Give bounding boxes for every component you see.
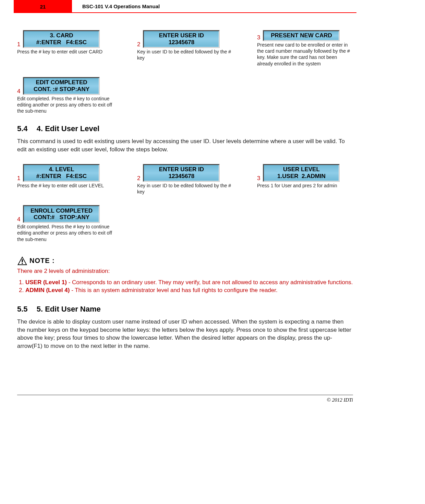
note-list: USER (Level 1) - Corresponds to an ordin… <box>17 279 353 294</box>
step-caption: Press the # key to enter edit user LEVEL <box>17 182 113 189</box>
lcd-screen: ENTER USER ID 12345678 <box>143 30 220 48</box>
section-5-4-heading: 5.4 4. Edit User Level <box>17 124 353 133</box>
note-item-1: USER (Level 1) - Corresponds to an ordin… <box>25 279 353 287</box>
header-title: BSC-101 V.4 Operations Manual <box>82 3 160 9</box>
step-number: 1 <box>17 175 20 182</box>
section-title: 5. Edit User Name <box>37 305 101 313</box>
lcd-line1: ENTER USER ID <box>159 166 204 173</box>
svg-rect-2 <box>22 259 23 262</box>
step-number: 3 <box>257 175 260 182</box>
note-item-bold: ADMIN (Level 4) <box>25 287 70 293</box>
lcd-line2: #:ENTER F4:ESC <box>36 173 87 180</box>
note-item-bold: USER (Level 1) <box>25 279 67 286</box>
lcd-line2: CONT. :# STOP:ANY <box>34 86 89 93</box>
lcd-screen: USER LEVEL 1.USER 2.ADMIN <box>263 164 340 182</box>
note-header: NOTE : <box>17 256 353 266</box>
step-number: 3 <box>257 34 260 41</box>
section-title: 4. Edit User Level <box>37 124 99 133</box>
section-number: 5.5 <box>17 305 28 313</box>
level-step-1: 1 4. LEVEL #:ENTER F4:ESC Press the # ke… <box>17 164 113 195</box>
card-steps-row-2: 4 EDIT COMPLETED CONT. :# STOP:ANY Edit … <box>17 77 353 114</box>
section-5-5-body: The device is able to display custom use… <box>17 318 353 350</box>
page-number: 21 <box>40 4 46 10</box>
svg-rect-3 <box>22 263 23 264</box>
lcd-line1: 4. LEVEL <box>49 166 74 173</box>
level-steps-row-1: 1 4. LEVEL #:ENTER F4:ESC Press the # ke… <box>17 164 353 195</box>
level-step-4: 4 ENROLL COMPLETED CONT:# STOP:ANY Edit … <box>17 205 117 242</box>
step-caption: Key in user ID to be edited followed by … <box>137 49 233 61</box>
lcd-line2: CONT:# STOP:ANY <box>34 214 89 221</box>
lcd-line1: ENROLL COMPLETED <box>31 207 93 214</box>
lcd-line2: 12345678 <box>169 39 195 46</box>
lcd-line2: 1.USER 2.ADMIN <box>277 173 326 180</box>
step-number: 2 <box>137 41 140 48</box>
note-item-text: - Corresponds to an ordinary user. They … <box>67 279 353 286</box>
page-header: 21 BSC-101 V.4 Operations Manual <box>14 0 356 13</box>
lcd-line1: 3. CARD <box>50 32 73 39</box>
card-steps-row-1: 1 3. CARD #:ENTER F4:ESC Press the # key… <box>17 30 353 67</box>
step-number: 1 <box>17 41 20 48</box>
step-caption: Edit completed. Press the # key to conti… <box>17 96 117 114</box>
note-label: NOTE : <box>29 257 55 265</box>
section-5-4-body: This command is used to edit existing us… <box>17 137 353 154</box>
header-title-wrap: BSC-101 V.4 Operations Manual <box>72 0 356 13</box>
lcd-screen: ENROLL COMPLETED CONT:# STOP:ANY <box>23 205 100 223</box>
step-caption: Press the # key to enter edit user CARD <box>17 49 113 55</box>
note-item-text: - This is an system administrator level … <box>70 287 277 293</box>
step-caption: Key in user ID to be edited followed by … <box>137 182 233 195</box>
lcd-line1: ENTER USER ID <box>159 32 204 39</box>
step-caption: Present new card to be enrolled or enter… <box>257 42 353 67</box>
lcd-line1: USER LEVEL <box>283 166 320 173</box>
lcd-screen: 4. LEVEL #:ENTER F4:ESC <box>23 164 100 182</box>
lcd-screen: ENTER USER ID 12345678 <box>143 164 220 182</box>
section-number: 5.4 <box>17 124 28 133</box>
step-number: 2 <box>137 175 140 182</box>
page-footer: © 2012 IDTi <box>17 395 353 403</box>
level-steps-row-2: 4 ENROLL COMPLETED CONT:# STOP:ANY Edit … <box>17 205 353 242</box>
card-step-2: 2 ENTER USER ID 12345678 Key in user ID … <box>137 30 233 67</box>
warning-icon <box>17 256 27 266</box>
section-5-5-heading: 5.5 5. Edit User Name <box>17 305 353 314</box>
step-caption: Press 1 for User and pres 2 for admin <box>257 182 353 189</box>
level-step-2: 2 ENTER USER ID 12345678 Key in user ID … <box>137 164 233 195</box>
lcd-line2: #:ENTER F4:ESC <box>36 39 87 46</box>
lcd-screen: EDIT COMPLETED CONT. :# STOP:ANY <box>23 77 100 95</box>
lcd-screen: PRESENT NEW CARD <box>263 30 340 41</box>
step-number: 4 <box>17 88 20 95</box>
note-item-2: ADMIN (Level 4) - This is an system admi… <box>25 287 353 294</box>
card-step-1: 1 3. CARD #:ENTER F4:ESC Press the # key… <box>17 30 113 67</box>
page-number-box: 21 <box>14 0 72 13</box>
step-number: 4 <box>17 216 20 223</box>
card-step-4: 4 EDIT COMPLETED CONT. :# STOP:ANY Edit … <box>17 77 117 114</box>
step-caption: Edit completed. Press the # key to conti… <box>17 224 117 242</box>
note-intro: There are 2 levels of administration: <box>17 268 353 275</box>
card-step-3: 3 PRESENT NEW CARD Present new card to b… <box>257 30 353 67</box>
lcd-screen: 3. CARD #:ENTER F4:ESC <box>23 30 100 48</box>
lcd-line2: 12345678 <box>169 173 195 180</box>
lcd-line1: PRESENT NEW CARD <box>271 32 332 39</box>
level-step-3: 3 USER LEVEL 1.USER 2.ADMIN Press 1 for … <box>257 164 353 195</box>
lcd-line1: EDIT COMPLETED <box>36 79 87 86</box>
copyright: © 2012 IDTi <box>327 397 353 403</box>
